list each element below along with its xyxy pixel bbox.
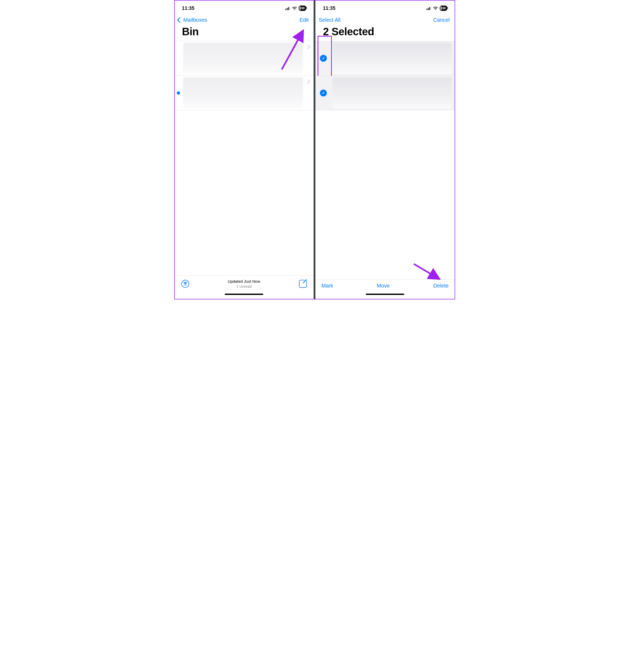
bottom-toolbar: Updated Just Now 1 Unread [175,275,313,291]
list-item[interactable]: ✓ [316,41,454,76]
page-title: 2 Selected [316,24,454,41]
unread-dot-icon [177,91,180,95]
home-indicator[interactable] [175,291,313,299]
select-all-button[interactable]: Select All [319,17,340,23]
chevron-left-icon [177,17,182,23]
selection-column[interactable]: ✓ [316,41,331,75]
mail-preview-redacted [183,43,303,74]
status-time: 11:35 [182,5,194,11]
nav-bar: Mailboxes Edit [175,14,313,24]
check-circle-icon: ✓ [320,90,327,96]
status-bar: 11:35 68 [175,1,313,14]
selection-column[interactable]: ✓ [316,76,331,110]
list-item[interactable] [175,41,313,76]
updated-text: Updated Just Now [228,279,260,284]
compose-icon [299,280,307,288]
screen-divider [313,1,316,299]
home-indicator[interactable] [316,291,454,299]
cellular-icon [285,6,290,10]
status-bar: 11:35 68 [316,1,454,14]
filter-icon [181,280,189,288]
list-item[interactable]: ✓ [316,76,454,111]
list-item[interactable] [175,76,313,111]
page-title: Bin [175,24,313,41]
mail-preview-redacted [332,77,452,109]
mail-list: ✓ ✓ [316,41,454,111]
move-button[interactable]: Move [377,283,390,289]
nav-bar: Select All Cancel [316,14,454,24]
chevron-right-icon [305,45,310,49]
cancel-button[interactable]: Cancel [433,17,449,23]
screen-bin: 11:35 68 Mailboxes Edit Bin [175,1,313,299]
unread-indicator-slot [175,76,182,110]
screen-selected: 11:35 68 Select All Cancel 2 Selected ✓ [316,1,454,299]
spacer [316,111,454,279]
delete-button[interactable]: Delete [434,283,449,289]
battery-icon: 68 [299,5,306,11]
back-button[interactable]: Mailboxes [178,17,207,23]
status-time: 11:35 [323,5,335,11]
back-label: Mailboxes [183,17,207,23]
edit-button[interactable]: Edit [300,17,308,23]
spacer [175,111,313,275]
mail-preview-redacted [332,43,452,74]
mail-list [175,41,313,111]
compose-button[interactable] [298,279,308,289]
mark-button[interactable]: Mark [321,283,333,289]
sync-status: Updated Just Now 1 Unread [228,279,260,289]
wifi-icon [292,6,297,10]
filter-button[interactable] [181,279,190,289]
status-icons: 68 [285,5,306,11]
unread-count: 1 Unread [228,284,260,289]
cellular-icon [426,6,431,10]
battery-icon: 68 [440,5,447,11]
unread-indicator-slot [175,41,182,75]
check-circle-icon: ✓ [320,55,327,62]
mail-preview-redacted [183,77,303,109]
comparison-container: 11:35 68 Mailboxes Edit Bin [174,0,455,299]
status-icons: 68 [426,5,447,11]
chevron-right-icon [305,79,310,84]
wifi-icon [433,6,438,10]
bottom-toolbar: Mark Move Delete [316,279,454,291]
